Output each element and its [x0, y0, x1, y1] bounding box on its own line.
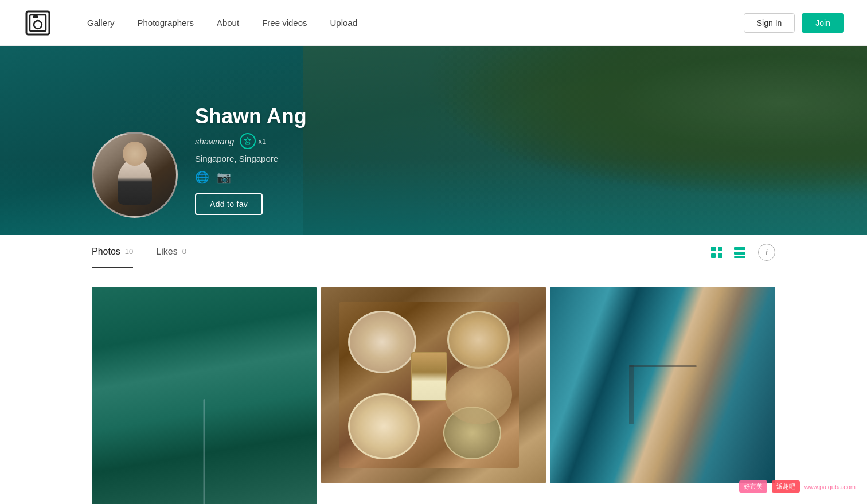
tab-likes-count: 0: [182, 247, 186, 256]
tabs-bar: Photos 10 Likes 0: [0, 235, 867, 269]
svg-point-2: [34, 21, 42, 29]
badge-emblem: [240, 133, 256, 149]
svg-rect-9: [734, 247, 745, 250]
tab-photos-count: 10: [125, 247, 133, 256]
tabs-left: Photos 10 Likes 0: [92, 236, 708, 268]
main-nav: Gallery Photographers About Free videos …: [87, 18, 744, 28]
info-icon: i: [766, 248, 768, 257]
tab-photos[interactable]: Photos 10: [92, 236, 133, 268]
badge-count: x1: [258, 137, 266, 146]
tab-photos-label: Photos: [92, 247, 120, 257]
join-button[interactable]: Join: [802, 13, 844, 33]
photo-image: [321, 287, 546, 483]
photo-card[interactable]: [92, 287, 317, 504]
nav-about[interactable]: About: [217, 18, 239, 28]
tabs-right: i: [708, 244, 775, 261]
watermark-badge1: 好市美: [739, 480, 767, 493]
watermark: 好市美 派趣吧 www.paiquba.com: [739, 480, 856, 493]
header: Gallery Photographers About Free videos …: [0, 0, 867, 46]
info-button[interactable]: i: [758, 244, 775, 261]
photo-grid: [0, 269, 867, 504]
svg-rect-5: [711, 247, 716, 251]
profile-info: Shawn Ang shawnang x1 Singapore, Singapo…: [195, 104, 307, 218]
nav-upload[interactable]: Upload: [330, 18, 358, 28]
photo-image: [92, 287, 317, 504]
add-to-fav-button[interactable]: Add to fav: [195, 193, 263, 215]
photo-card[interactable]: [321, 287, 546, 483]
grid-view-button[interactable]: [708, 244, 726, 260]
avatar: [92, 132, 178, 218]
watermark-badge2: 派趣吧: [772, 480, 800, 493]
svg-rect-3: [33, 15, 38, 18]
nav-photographers[interactable]: Photographers: [138, 18, 194, 28]
view-toggle: [708, 244, 749, 260]
tab-likes-label: Likes: [156, 247, 177, 257]
profile-username: shawnang: [195, 136, 234, 146]
svg-rect-6: [718, 247, 722, 251]
list-view-button[interactable]: [731, 244, 749, 260]
profile-links: 🌐 📷: [195, 170, 307, 184]
photo-image: [550, 287, 775, 483]
avatar-image: [93, 134, 176, 216]
profile-name: Shawn Ang: [195, 104, 307, 128]
nav-free-videos[interactable]: Free videos: [262, 18, 307, 28]
svg-rect-11: [734, 256, 745, 258]
tab-likes[interactable]: Likes 0: [156, 236, 186, 268]
instagram-icon[interactable]: 📷: [217, 170, 231, 184]
svg-rect-10: [734, 252, 745, 255]
svg-rect-8: [718, 253, 722, 258]
globe-icon[interactable]: 🌐: [195, 170, 209, 184]
photo-card[interactable]: [550, 287, 775, 483]
logo[interactable]: [23, 8, 53, 38]
header-actions: Sign In Join: [744, 13, 844, 33]
svg-rect-7: [711, 253, 716, 258]
nav-gallery[interactable]: Gallery: [87, 18, 115, 28]
badge-icon: x1: [240, 133, 266, 149]
profile-section: Shawn Ang shawnang x1 Singapore, Singapo…: [92, 104, 307, 218]
profile-username-row: shawnang x1: [195, 133, 307, 149]
profile-banner: Shawn Ang shawnang x1 Singapore, Singapo…: [0, 46, 867, 235]
watermark-url: www.paiquba.com: [804, 483, 856, 490]
profile-location: Singapore, Singapore: [195, 154, 307, 163]
signin-button[interactable]: Sign In: [744, 13, 795, 33]
svg-rect-4: [245, 144, 250, 145]
